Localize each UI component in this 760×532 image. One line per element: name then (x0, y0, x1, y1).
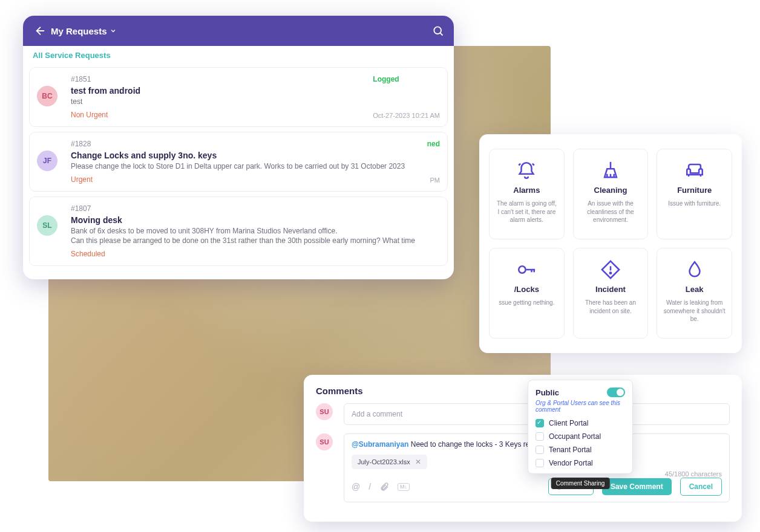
broom-icon (600, 160, 621, 181)
visibility-option[interactable]: Client Portal (536, 419, 625, 427)
comment-thread-row: SU @Subramaniyan Need to change the lock… (316, 433, 730, 502)
category-card[interactable]: Alarms The alarm is going off, I can't s… (489, 149, 565, 239)
slash-command-icon[interactable]: / (369, 482, 371, 491)
avatar: SU (316, 403, 333, 420)
category-name: Alarms (513, 186, 540, 195)
back-icon[interactable] (33, 25, 45, 37)
popover-title: Public (536, 388, 559, 397)
request-id: #1851 (71, 75, 367, 83)
priority-label: Urgent (71, 175, 421, 184)
categories-panel: Alarms The alarm is going off, I can't s… (479, 134, 742, 353)
visibility-option[interactable]: Occupant Portal (536, 432, 625, 441)
timestamp: Oct-27-2023 10:21 AM (373, 112, 440, 119)
category-desc: Issue with furniture. (668, 199, 721, 208)
requests-list: BC #1851 Logged test from android test N… (23, 67, 454, 279)
key-icon (516, 259, 537, 280)
category-desc: ssue getting nething. (499, 299, 554, 307)
alarm-icon (516, 160, 537, 181)
avatar: JF (37, 151, 57, 171)
request-card[interactable]: BC #1851 Logged test from android test N… (29, 67, 448, 127)
drop-icon (684, 259, 705, 280)
option-label: Vendor Portal (549, 459, 593, 467)
request-id: #1828 (71, 140, 421, 148)
save-comment-button[interactable]: Save Comment (602, 478, 672, 495)
category-name: Furniture (677, 186, 712, 195)
comments-panel: Comments SU Add a comment SU @Subramaniy… (304, 375, 742, 522)
cancel-button[interactable]: Cancel (680, 478, 722, 496)
avatar: SL (37, 215, 57, 236)
comment-toolbar: @ / M↓ Public Save Comment Cancel (352, 478, 722, 496)
requests-header: My Requests (23, 16, 454, 46)
categories-grid: Alarms The alarm is going off, I can't s… (489, 149, 732, 339)
search-icon[interactable] (432, 25, 444, 37)
mention-icon[interactable]: @ (352, 482, 360, 491)
attachment-chip[interactable]: July-Oct2023.xlsx ✕ (352, 455, 427, 469)
attachment-name: July-Oct2023.xlsx (358, 458, 410, 465)
public-toggle[interactable] (607, 388, 625, 397)
checkbox-icon[interactable] (536, 446, 544, 454)
requests-title-text: My Requests (51, 26, 107, 36)
requests-subtitle: All Service Requests (23, 46, 454, 62)
request-card[interactable]: SL #1807 Moving desk Bank of 6x desks to… (29, 196, 448, 267)
priority-label: Scheduled (71, 250, 434, 258)
svg-point-0 (434, 27, 441, 34)
char-count: 45/1800 characters (665, 470, 722, 478)
svg-point-2 (610, 273, 611, 274)
category-card[interactable]: Furniture Issue with furniture. (657, 149, 732, 239)
category-card[interactable]: /Locks ssue getting nething. (489, 248, 565, 339)
popover-header: Public (536, 388, 625, 397)
visibility-option[interactable]: Tenant Portal (536, 446, 625, 454)
status-badge: ned (427, 140, 440, 148)
markdown-icon[interactable]: M↓ (398, 483, 410, 491)
checkbox-icon[interactable] (536, 432, 544, 441)
visibility-popover: Public Org & Portal Users can see this c… (528, 380, 633, 474)
remove-attachment-icon[interactable]: ✕ (415, 458, 421, 466)
popover-subtitle: Org & Portal Users can see this comment (536, 400, 625, 413)
request-desc: test (71, 97, 440, 107)
category-name: Leak (686, 285, 704, 294)
category-name: /Locks (514, 285, 539, 294)
option-label: Occupant Portal (549, 432, 601, 441)
chevron-down-icon (110, 27, 117, 34)
category-name: Cleaning (594, 186, 627, 195)
warning-icon (600, 259, 621, 280)
option-label: Client Portal (549, 419, 588, 427)
category-card[interactable]: Incident There has been an incident on s… (573, 248, 649, 339)
popover-options: Client PortalOccupant PortalTenant Porta… (536, 419, 625, 467)
avatar: SU (316, 433, 333, 450)
timestamp: PM (427, 177, 440, 184)
option-label: Tenant Portal (549, 446, 592, 454)
svg-point-1 (519, 266, 526, 273)
request-desc: Bank of 6x desks to be moved to unit 308… (71, 226, 440, 247)
checkbox-icon[interactable] (536, 419, 544, 427)
request-desc: Please change the lock to Store D1 in De… (71, 161, 440, 172)
mention[interactable]: @Subramaniyan (352, 440, 408, 449)
sofa-icon (684, 160, 705, 181)
attach-icon[interactable] (379, 482, 389, 491)
category-name: Incident (595, 285, 626, 294)
category-desc: An issue with the cleanliness of the env… (580, 199, 642, 224)
request-id: #1807 (71, 204, 434, 213)
priority-label: Non Urgent (71, 111, 367, 119)
request-title: test from android (71, 86, 440, 96)
request-title: Moving desk (71, 215, 440, 225)
comments-title: Comments (316, 386, 730, 396)
request-card[interactable]: JF #1828 ned Change Locks and supply 3no… (29, 132, 448, 192)
category-card[interactable]: Cleaning An issue with the cleanliness o… (573, 149, 649, 239)
requests-title[interactable]: My Requests (51, 26, 117, 36)
category-desc: The alarm is going off, I can't set it, … (496, 199, 558, 224)
category-card[interactable]: Leak Water is leaking from somewhere it … (657, 248, 732, 339)
avatar: BC (37, 86, 57, 106)
category-desc: There has been an incident on site. (580, 299, 642, 315)
category-desc: Water is leaking from somewhere it shoul… (663, 299, 726, 323)
comment-input-row: SU Add a comment (316, 403, 730, 425)
visibility-option[interactable]: Vendor Portal (536, 459, 625, 467)
request-title: Change Locks and supply 3no. keys (71, 151, 440, 160)
my-requests-panel: My Requests All Service Requests BC #185… (23, 16, 454, 279)
checkbox-icon[interactable] (536, 459, 544, 467)
tooltip: Comment Sharing (551, 478, 610, 489)
status-badge: Logged (373, 75, 440, 83)
